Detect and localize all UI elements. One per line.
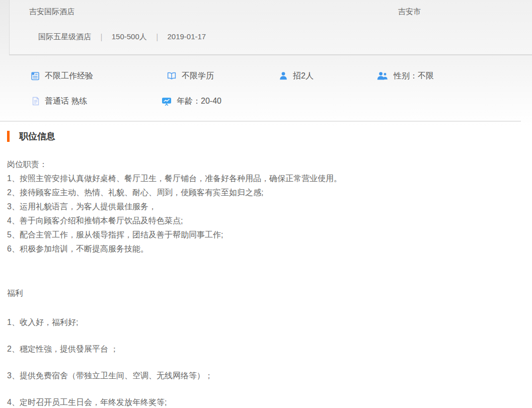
company-card: 吉安国际酒店 吉安市 国际五星级酒店｜150-500人｜2019-01-17	[9, 0, 532, 55]
responsibility-item: 6、积极参加培训，不断提高服务技能。	[7, 242, 522, 256]
attribute-headcount: 招2人	[278, 71, 376, 81]
responsibilities-title: 岗位职责：	[7, 157, 522, 172]
section-divider	[0, 121, 521, 122]
job-attributes-row-1: 不限工作经验 不限学历 招2人	[0, 63, 532, 89]
job-detail-page: 吉安国际酒店 吉安市 国际五星级酒店｜150-500人｜2019-01-17 不…	[0, 0, 532, 408]
company-meta: 国际五星级酒店｜150-500人｜2019-01-17	[38, 32, 206, 42]
benefit-item: 4、定时召开员工生日会，年终发放年终奖等;	[7, 395, 522, 408]
attribute-age-label: 年龄：20-40	[177, 96, 221, 107]
benefit-item: 1、收入好，福利好;	[7, 315, 522, 330]
meta-separator: ｜	[98, 32, 105, 41]
section-header: 职位信息	[0, 130, 532, 142]
company-size: 150-500人	[112, 32, 147, 41]
benefit-item: 3、提供免费宿舍（带独立卫生间、空调、无线网络等）；	[7, 369, 522, 383]
open-book-icon	[166, 71, 177, 81]
responsibility-item: 4、善于向顾客介绍和推销本餐厅饮品及特色菜点;	[7, 214, 522, 228]
person-icon	[278, 71, 288, 81]
orange-accent-bar	[7, 131, 10, 142]
memo-icon	[30, 71, 40, 81]
responsibility-item: 5、配合主管工作，服从领导指挥，团结及善于帮助同事工作;	[7, 228, 522, 242]
publish-date: 2019-01-17	[167, 32, 206, 41]
company-name: 吉安国际酒店	[29, 7, 74, 17]
section-title: 职位信息	[19, 130, 55, 142]
attribute-experience-label: 不限工作经验	[45, 71, 93, 81]
benefit-item: 2、穩定性強，提供發展平台 ；	[7, 342, 522, 356]
attribute-age: 年龄：20-40	[161, 96, 221, 107]
attribute-gender: 性别：不限	[376, 71, 434, 81]
attribute-education: 不限学历	[166, 71, 278, 81]
responsibility-item: 3、运用礼貌语言，为客人提供最佳服务，	[7, 200, 522, 214]
responsibility-item: 2、接待顾客应主动、热情、礼貌、耐心、周到，使顾客有宾至如归之感;	[7, 186, 522, 200]
benefits-title: 福利	[7, 286, 522, 300]
attribute-gender-label: 性别：不限	[394, 71, 434, 81]
company-city: 吉安市	[398, 7, 421, 17]
attribute-headcount-label: 招2人	[293, 71, 314, 81]
attribute-education-label: 不限学历	[182, 71, 214, 81]
meta-separator: ｜	[154, 32, 161, 41]
job-description: 岗位职责： 1、按照主管安排认真做好桌椅、餐厅卫生，餐厅铺台，准备好各种用品，确…	[7, 157, 522, 408]
responsibility-item: 1、按照主管安排认真做好桌椅、餐厅卫生，餐厅铺台，准备好各种用品，确保正常营业使…	[7, 172, 522, 186]
document-icon	[31, 96, 40, 106]
job-attributes-row-2: 普通话 熟练 年龄：20-40	[0, 89, 532, 114]
attribute-language: 普通话 熟练	[31, 96, 161, 107]
two-persons-icon	[376, 71, 389, 81]
attribute-experience: 不限工作经验	[30, 71, 166, 81]
chart-board-icon	[161, 96, 172, 106]
company-type: 国际五星级酒店	[38, 32, 91, 41]
attribute-language-label: 普通话 熟练	[45, 96, 87, 107]
